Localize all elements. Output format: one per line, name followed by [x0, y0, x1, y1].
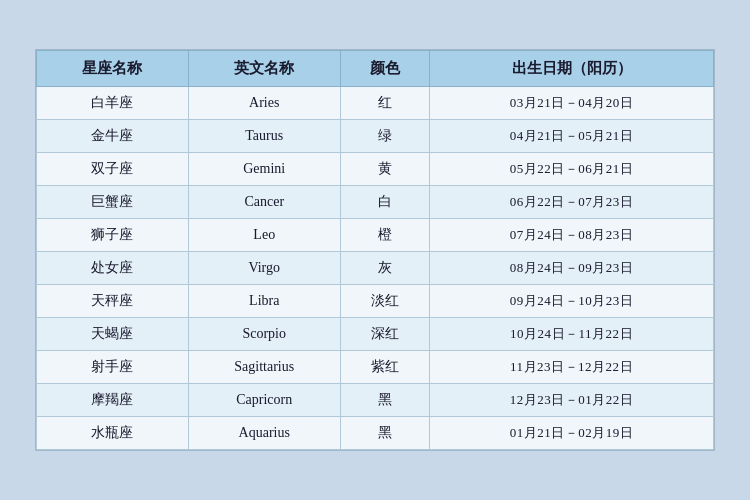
table-header-row: 星座名称 英文名称 颜色 出生日期（阳历）	[37, 51, 714, 87]
cell-dates: 12月23日－01月22日	[430, 384, 714, 417]
table-row: 天蝎座Scorpio深红10月24日－11月22日	[37, 318, 714, 351]
table-row: 摩羯座Capricorn黑12月23日－01月22日	[37, 384, 714, 417]
zodiac-table-container: 星座名称 英文名称 颜色 出生日期（阳历） 白羊座Aries红03月21日－04…	[35, 49, 715, 451]
table-row: 巨蟹座Cancer白06月22日－07月23日	[37, 186, 714, 219]
cell-english-name: Libra	[188, 285, 340, 318]
cell-english-name: Gemini	[188, 153, 340, 186]
cell-color: 紫红	[340, 351, 429, 384]
cell-chinese-name: 射手座	[37, 351, 189, 384]
header-english-name: 英文名称	[188, 51, 340, 87]
cell-chinese-name: 狮子座	[37, 219, 189, 252]
cell-english-name: Cancer	[188, 186, 340, 219]
cell-color: 红	[340, 87, 429, 120]
header-chinese-name: 星座名称	[37, 51, 189, 87]
cell-color: 深红	[340, 318, 429, 351]
cell-color: 灰	[340, 252, 429, 285]
cell-dates: 10月24日－11月22日	[430, 318, 714, 351]
table-row: 天秤座Libra淡红09月24日－10月23日	[37, 285, 714, 318]
cell-dates: 09月24日－10月23日	[430, 285, 714, 318]
cell-chinese-name: 摩羯座	[37, 384, 189, 417]
cell-color: 绿	[340, 120, 429, 153]
cell-chinese-name: 双子座	[37, 153, 189, 186]
cell-english-name: Scorpio	[188, 318, 340, 351]
cell-color: 白	[340, 186, 429, 219]
table-row: 狮子座Leo橙07月24日－08月23日	[37, 219, 714, 252]
table-row: 处女座Virgo灰08月24日－09月23日	[37, 252, 714, 285]
cell-chinese-name: 处女座	[37, 252, 189, 285]
cell-dates: 04月21日－05月21日	[430, 120, 714, 153]
cell-chinese-name: 白羊座	[37, 87, 189, 120]
table-row: 射手座Sagittarius紫红11月23日－12月22日	[37, 351, 714, 384]
table-row: 金牛座Taurus绿04月21日－05月21日	[37, 120, 714, 153]
cell-dates: 11月23日－12月22日	[430, 351, 714, 384]
cell-dates: 07月24日－08月23日	[430, 219, 714, 252]
cell-dates: 01月21日－02月19日	[430, 417, 714, 450]
cell-color: 淡红	[340, 285, 429, 318]
table-body: 白羊座Aries红03月21日－04月20日金牛座Taurus绿04月21日－0…	[37, 87, 714, 450]
cell-color: 橙	[340, 219, 429, 252]
cell-english-name: Aries	[188, 87, 340, 120]
header-dates: 出生日期（阳历）	[430, 51, 714, 87]
cell-english-name: Leo	[188, 219, 340, 252]
cell-dates: 08月24日－09月23日	[430, 252, 714, 285]
cell-dates: 05月22日－06月21日	[430, 153, 714, 186]
table-row: 白羊座Aries红03月21日－04月20日	[37, 87, 714, 120]
cell-chinese-name: 水瓶座	[37, 417, 189, 450]
cell-dates: 03月21日－04月20日	[430, 87, 714, 120]
cell-english-name: Aquarius	[188, 417, 340, 450]
cell-chinese-name: 巨蟹座	[37, 186, 189, 219]
cell-english-name: Virgo	[188, 252, 340, 285]
table-row: 水瓶座Aquarius黑01月21日－02月19日	[37, 417, 714, 450]
cell-color: 黄	[340, 153, 429, 186]
header-color: 颜色	[340, 51, 429, 87]
cell-chinese-name: 天蝎座	[37, 318, 189, 351]
cell-chinese-name: 金牛座	[37, 120, 189, 153]
cell-english-name: Taurus	[188, 120, 340, 153]
table-row: 双子座Gemini黄05月22日－06月21日	[37, 153, 714, 186]
cell-dates: 06月22日－07月23日	[430, 186, 714, 219]
zodiac-table: 星座名称 英文名称 颜色 出生日期（阳历） 白羊座Aries红03月21日－04…	[36, 50, 714, 450]
cell-english-name: Sagittarius	[188, 351, 340, 384]
cell-english-name: Capricorn	[188, 384, 340, 417]
cell-color: 黑	[340, 384, 429, 417]
cell-color: 黑	[340, 417, 429, 450]
cell-chinese-name: 天秤座	[37, 285, 189, 318]
